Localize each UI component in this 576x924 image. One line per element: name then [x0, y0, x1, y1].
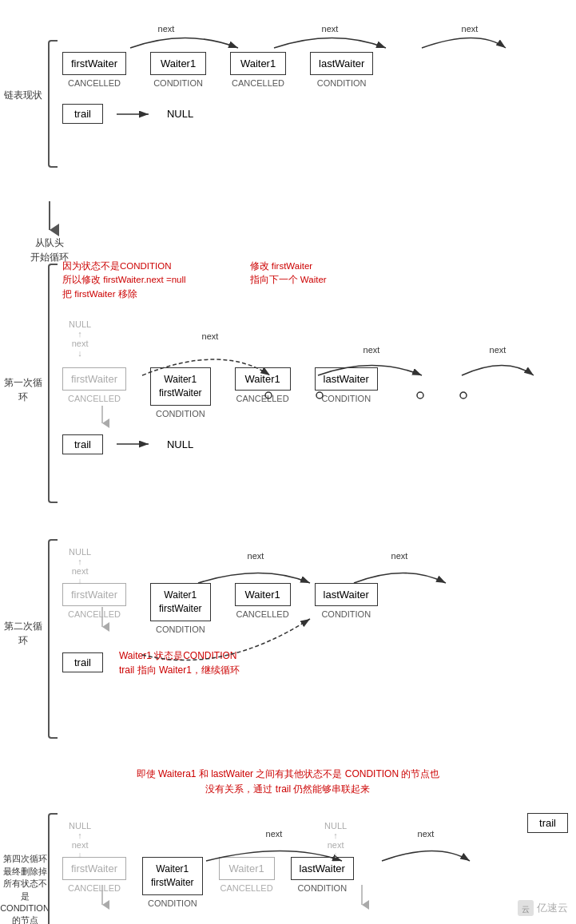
status-cancelled-s4-2: CANCELLED — [220, 883, 273, 893]
node-firstWaiter-2: firstWaiter — [62, 367, 126, 391]
trail-null-2: NULL — [167, 438, 193, 450]
section4-top-annotation: 即使 Waitera1 和 lastWaiter 之间有其他状态不是 CONDI… — [56, 767, 520, 797]
section4-null2: NULL ↑ next ↓ — [324, 821, 347, 859]
section4-node4: lastWaiter CONDITION — [291, 857, 354, 908]
page-container: 链表现状 next next — [0, 0, 576, 924]
section1-node2: Waiter1 CONDITION — [150, 52, 206, 88]
node-firstWaiter-1: firstWaiter — [62, 52, 126, 75]
section4-node2: Waiter1 firstWaiter CONDITION — [142, 857, 203, 908]
section3-annotation: Waiter1 状态是CONDITIONtrail 指向 Waiter1，继续循… — [119, 648, 240, 677]
queue-start-arrow — [34, 200, 66, 240]
queue-start-section: 从队头开始循环 — [16, 200, 576, 256]
section4-node3: Waiter1 CANCELLED — [219, 857, 275, 908]
section3-label: 第二次循环 — [0, 619, 46, 648]
node-lastWaiter-1: lastWaiter — [310, 52, 373, 75]
annotation2-2: 修改 firstWaiter指向下一个 Waiter — [250, 260, 327, 301]
section1-diagram: next next next firstWaiter CANCELLED Wai… — [62, 24, 574, 124]
node-waiter1firstwaiter-1: Waiter1 firstWaiter — [150, 367, 211, 406]
section4-null1: NULL ↑ next ↓ — [69, 821, 91, 859]
status-condition-2: CONDITION — [317, 78, 367, 88]
section2-diagram: next next next NULL ↑ next ↓ — [62, 319, 574, 454]
section3-node1: firstWaiter CANCELLED — [62, 583, 126, 634]
status-cancelled-s3: CANCELLED — [68, 609, 121, 619]
svg-text:next: next — [363, 345, 380, 355]
trail-box-1: trail — [62, 104, 103, 124]
section3-null-above: NULL ↑ next ↓ — [69, 547, 91, 585]
svg-text:next: next — [418, 829, 435, 839]
status-cancelled-s2-2: CANCELLED — [236, 394, 289, 403]
svg-text:next: next — [202, 331, 219, 341]
node-waiter1-s3: Waiter1 — [235, 583, 291, 606]
status-condition-s2-2: CONDITION — [321, 394, 371, 403]
node-firstWaiter-3: firstWaiter — [62, 583, 126, 606]
status-condition-s3-2: CONDITION — [321, 609, 371, 619]
queue-arrow-group: 从队头开始循环 — [30, 200, 69, 264]
svg-text:云: 云 — [522, 905, 530, 914]
section2-node4: lastWaiter CONDITION — [315, 367, 378, 418]
section4-bracket — [48, 813, 58, 924]
watermark-text: 亿速云 — [537, 901, 568, 915]
section3-nodes: firstWaiter CANCELLED Waiter1 firstWaite… — [62, 583, 574, 634]
status-cancelled-s2: CANCELLED — [68, 394, 121, 403]
node-waiter1-2: Waiter1 — [230, 52, 286, 75]
status-condition-s4: CONDITION — [148, 898, 197, 908]
section1-trail-row: trail NULL — [62, 104, 574, 124]
section1-node1: firstWaiter CANCELLED — [62, 52, 126, 88]
section3-trail-row: trail Waiter1 状态是CONDITIONtrail 指向 Waite… — [62, 648, 574, 677]
svg-text:next: next — [266, 829, 283, 839]
section4-nodes: firstWaiter CANCELLED Waiter1 firstWaite… — [62, 857, 542, 908]
section2-annotations: 因为状态不是CONDITION所以修改 firstWaiter.next =nu… — [62, 260, 327, 301]
section1-node4: lastWaiter CONDITION — [310, 52, 373, 88]
svg-text:next: next — [248, 551, 264, 561]
section4-node1: firstWaiter CANCELLED — [62, 857, 126, 908]
section2-null-above: NULL ↑ next ↓ — [69, 319, 91, 358]
status-cancelled-1: CANCELLED — [68, 78, 121, 88]
svg-text:next: next — [490, 345, 506, 355]
annotation2-1: 因为状态不是CONDITION所以修改 firstWaiter.next =nu… — [62, 260, 186, 301]
trail-box-3: trail — [62, 652, 103, 672]
status-cancelled-2: CANCELLED — [232, 78, 284, 88]
section2-label: 第一次循环 — [0, 375, 46, 404]
section1-label: 链表现状 — [0, 88, 46, 102]
section1-arrows: next next next — [62, 24, 558, 176]
status-cancelled-s3-2: CANCELLED — [236, 609, 289, 619]
section2-node3: Waiter1 CANCELLED — [235, 367, 291, 418]
section4-diagram: next next NULL ↑ next ↓ NULL ↑ next — [62, 813, 542, 908]
section3-node4: lastWaiter CONDITION — [315, 583, 378, 634]
section1-node3: Waiter1 CANCELLED — [230, 52, 286, 88]
svg-text:next: next — [462, 24, 479, 34]
node-waiter1-s4: Waiter1 — [219, 857, 275, 880]
node-lastWaiter-s3: lastWaiter — [315, 583, 378, 606]
svg-text:next: next — [391, 551, 408, 561]
status-condition-s3: CONDITION — [156, 625, 205, 634]
node-waiter1-s2: Waiter1 — [235, 367, 291, 391]
watermark-icon: 云 — [518, 900, 534, 916]
section2-nodes: firstWaiter CANCELLED Waiter1 firstWaite… — [62, 367, 574, 418]
node-waiter1fw-2: Waiter1 firstWaiter — [150, 583, 211, 621]
section2-node1: firstWaiter CANCELLED — [62, 367, 126, 418]
section2-node2: Waiter1 firstWaiter CONDITION — [150, 367, 211, 418]
node-lastWaiter-s4: lastWaiter — [291, 857, 354, 880]
node-lastWaiter-s2: lastWaiter — [315, 367, 378, 391]
svg-text:next: next — [158, 24, 175, 34]
section4-label: 第四次循环最终删除掉所有状态不是CONDITION的节点置灰的为本次删除的 — [0, 853, 50, 924]
status-condition-1: CONDITION — [153, 78, 203, 88]
node-waiter1fw-3: Waiter1 firstWaiter — [142, 857, 203, 895]
trail-null-1: NULL — [167, 108, 193, 120]
section2-trail-row: trail NULL — [62, 434, 574, 454]
node-firstWaiter-4: firstWaiter — [62, 857, 126, 880]
status-condition-s4-2: CONDITION — [297, 883, 347, 893]
trail-box-2: trail — [62, 434, 103, 454]
section3-node3: Waiter1 CANCELLED — [235, 583, 291, 634]
trail-arrow-1 — [115, 106, 155, 122]
status-condition-s2: CONDITION — [156, 409, 205, 418]
svg-text:next: next — [322, 24, 339, 34]
section3-bracket — [48, 539, 58, 739]
section1-bracket — [48, 40, 58, 168]
status-cancelled-s4: CANCELLED — [68, 883, 121, 893]
section3-node2: Waiter1 firstWaiter CONDITION — [150, 583, 211, 634]
section3-diagram: next next NULL ↑ next ↓ firstWaiter CANC… — [62, 539, 574, 677]
node-waiter1-1: Waiter1 — [150, 52, 206, 75]
section2-bracket — [48, 264, 58, 503]
trail-arrow-2 — [115, 436, 155, 452]
